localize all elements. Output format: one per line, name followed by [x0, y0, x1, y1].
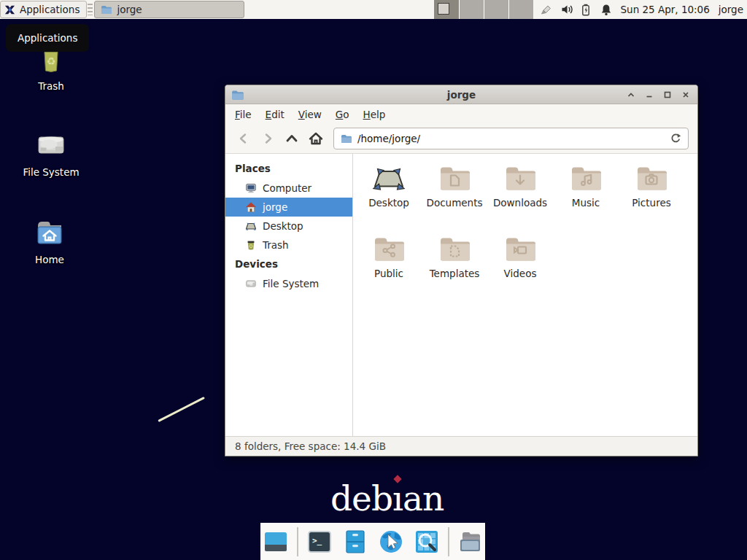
web-browser-globe-icon — [376, 527, 406, 556]
statusbar: 8 folders, Free space: 14.4 GiB — [225, 436, 697, 456]
hard-drive-icon — [34, 127, 69, 162]
location-bar[interactable]: /home/jorge/ — [333, 128, 689, 149]
forward-button[interactable] — [255, 128, 279, 149]
taskbar-item[interactable]: jorge — [94, 1, 244, 18]
desktop-icon-home[interactable]: Home — [16, 214, 83, 265]
titlebar[interactable]: jorge — [225, 85, 697, 104]
sidebar-item-computer[interactable]: Computer — [225, 179, 352, 198]
desktop: Applications jorge — [0, 0, 747, 560]
clock[interactable]: Sun 25 Apr, 10:06 — [621, 4, 710, 15]
path-text[interactable]: /home/jorge/ — [357, 133, 420, 144]
desktop-icon — [245, 220, 257, 232]
notifications-bell-icon[interactable] — [600, 4, 612, 16]
terminal-icon: >_ — [305, 527, 334, 556]
system-tray — [539, 0, 612, 19]
file-item-music[interactable]: Music — [553, 160, 619, 231]
workspace-4[interactable] — [508, 0, 533, 19]
file-item-label: Documents — [427, 197, 483, 209]
application-finder-launcher[interactable] — [412, 527, 441, 556]
file-item-label: Templates — [430, 268, 480, 279]
file-item-desktop[interactable]: Desktop — [356, 160, 422, 231]
taskbar-item-label: jorge — [117, 4, 142, 15]
top-panel: Applications jorge — [0, 0, 747, 19]
workspace-3[interactable] — [484, 0, 508, 19]
file-item-documents[interactable]: Documents — [422, 160, 487, 231]
folder-stack-icon — [456, 527, 485, 556]
desktop-icon-filesystem[interactable]: File System — [18, 127, 85, 178]
shade-button[interactable] — [627, 90, 635, 99]
terminal-launcher[interactable]: >_ — [305, 527, 334, 556]
sidebar-item-label: jorge — [263, 201, 287, 213]
application-finder-icon — [412, 527, 441, 556]
menu-file[interactable]: File — [235, 109, 252, 120]
up-button[interactable] — [279, 128, 303, 149]
devices-header: Devices — [225, 254, 352, 274]
file-item-label: Public — [374, 268, 403, 279]
volume-tray-icon[interactable] — [561, 4, 573, 15]
menu-view[interactable]: View — [298, 109, 322, 120]
back-button[interactable] — [231, 128, 255, 149]
file-item-videos[interactable]: Videos — [487, 231, 553, 302]
file-item-downloads[interactable]: Downloads — [487, 160, 553, 231]
session-username[interactable]: jorge — [719, 4, 743, 15]
window-folder-icon — [231, 88, 244, 101]
path-folder-icon — [341, 133, 352, 144]
file-item-label: Music — [572, 197, 600, 209]
file-item-label: Pictures — [632, 197, 670, 209]
window-body: Places Computer jo — [225, 154, 697, 436]
file-item-label: Desktop — [368, 197, 409, 209]
menubar: File Edit View Go Help — [225, 104, 697, 124]
file-item-pictures[interactable]: Pictures — [619, 160, 684, 231]
file-manager-launcher[interactable] — [341, 527, 370, 556]
reload-button[interactable] — [670, 133, 681, 144]
directory-menu-launcher[interactable] — [456, 527, 485, 556]
applications-tooltip: Applications — [6, 24, 89, 52]
desktop-special-icon — [371, 160, 406, 195]
minimize-button[interactable] — [645, 90, 654, 99]
maximize-button[interactable] — [663, 90, 672, 99]
statusbar-text: 8 folders, Free space: 14.4 GiB — [235, 440, 386, 452]
templates-folder-icon — [437, 231, 472, 266]
panel-grip[interactable] — [88, 4, 93, 15]
sidebar-item-trash[interactable]: Trash — [225, 236, 352, 254]
public-folder-icon — [371, 231, 406, 266]
downloads-folder-icon — [503, 160, 538, 195]
stylus-tray-icon[interactable] — [539, 3, 553, 16]
dock-separator — [448, 527, 449, 556]
sidebar-item-label: File System — [263, 278, 319, 289]
desktop-artifact-line — [158, 397, 205, 422]
folder-icon — [101, 4, 112, 15]
battery-tray-icon[interactable] — [581, 4, 592, 16]
home-icon — [245, 201, 257, 213]
logo-dotless-i: ı — [392, 478, 403, 518]
file-item-label: Downloads — [493, 197, 547, 209]
close-button[interactable] — [681, 90, 690, 99]
home-button[interactable] — [303, 128, 328, 149]
file-item-public[interactable]: Public — [356, 231, 422, 302]
hard-drive-icon — [245, 278, 257, 289]
file-cabinet-icon — [341, 527, 370, 556]
menu-help[interactable]: Help — [363, 109, 386, 120]
logo-text-part1: deb — [330, 478, 392, 518]
sidebar-item-filesystem[interactable]: File System — [225, 274, 352, 293]
file-item-templates[interactable]: Templates — [422, 231, 487, 302]
workspace-1[interactable] — [434, 0, 459, 19]
menu-go[interactable]: Go — [336, 109, 349, 120]
file-manager-window: jorge File Edit View Go Help — [225, 85, 698, 456]
web-browser-launcher[interactable] — [376, 527, 406, 556]
workspace-switcher — [434, 0, 533, 19]
desktop-icon-label: Home — [35, 254, 64, 265]
debian-wallpaper-logo: debıan — [330, 478, 444, 518]
applications-menu-label: Applications — [20, 4, 80, 15]
panel-spacer — [244, 0, 433, 19]
show-desktop-launcher[interactable] — [261, 527, 290, 556]
dock-separator — [297, 527, 298, 556]
file-grid: Desktop Documents — [353, 154, 697, 436]
sidebar-item-jorge[interactable]: jorge — [225, 198, 352, 217]
sidebar-item-desktop[interactable]: Desktop — [225, 217, 352, 236]
svg-text:♻: ♻ — [47, 55, 56, 67]
applications-menu-button[interactable]: Applications — [0, 1, 87, 18]
logo-text-part2: an — [403, 478, 444, 518]
workspace-2[interactable] — [459, 0, 484, 19]
menu-edit[interactable]: Edit — [266, 109, 285, 120]
